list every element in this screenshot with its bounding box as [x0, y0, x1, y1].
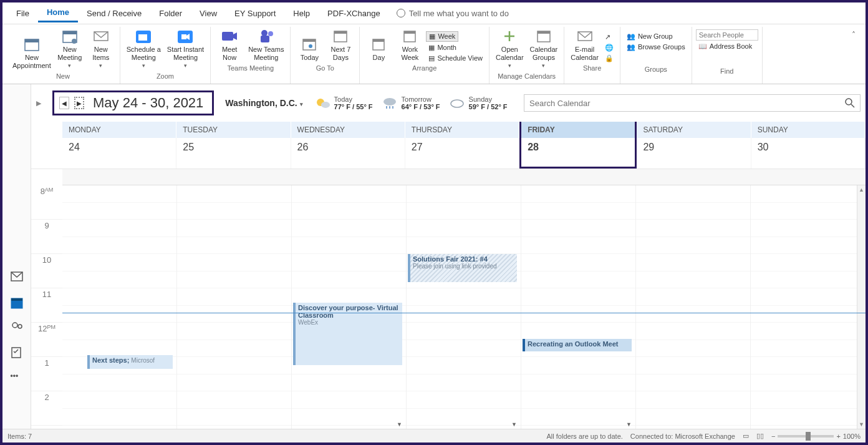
day-column[interactable]: [177, 185, 292, 429]
zoom-in-button[interactable]: +: [836, 433, 840, 440]
folder-pane-toggle[interactable]: ▶: [36, 99, 41, 107]
tell-me[interactable]: Tell me what you want to do: [389, 9, 509, 18]
zoom-control[interactable]: − + 100%: [771, 433, 861, 440]
share-send-button[interactable]: ↗: [602, 32, 613, 42]
day-column[interactable]: Next steps; Microsof: [62, 185, 177, 429]
scroll-up-button[interactable]: ▲: [857, 185, 866, 194]
address-book-button[interactable]: 📖Address Book: [696, 42, 755, 51]
calendar-groups-button[interactable]: Calendar Groups▾: [528, 27, 561, 71]
email-calendar-button[interactable]: E-mail Calendar: [568, 27, 601, 63]
share-perms-button[interactable]: 🔒: [602, 54, 616, 63]
day-view-button[interactable]: Day: [364, 35, 393, 63]
expand-events-button[interactable]: ▼: [397, 421, 402, 428]
more-nav-icon[interactable]: •••: [11, 371, 23, 384]
day-number[interactable]: 28: [519, 138, 637, 169]
zoom-slider[interactable]: [778, 435, 834, 438]
view-reading-button[interactable]: ▯▯: [756, 432, 764, 440]
menu-file[interactable]: File: [7, 5, 38, 22]
next-week-button[interactable]: ▶: [74, 97, 84, 109]
zoom-calendar-icon: [135, 28, 152, 44]
menu-send-receive[interactable]: Send / Receive: [78, 5, 150, 22]
ribbon-group-groups: 👥New Group 👥Browse Groups Groups: [620, 27, 692, 84]
new-appointment-button[interactable]: New Appointment: [10, 35, 54, 71]
new-items-button[interactable]: New Items▾: [86, 27, 116, 71]
new-teams-meeting-button[interactable]: New Teams Meeting: [246, 27, 286, 63]
share-online-button[interactable]: 🌐: [602, 43, 616, 52]
items-count: Items: 7: [7, 433, 32, 440]
envelope-icon: [92, 28, 110, 44]
day-number[interactable]: 27: [405, 138, 519, 169]
today-button[interactable]: Today: [294, 35, 324, 63]
weather-today[interactable]: Today77° F / 55° F: [314, 95, 373, 110]
svg-rect-7: [138, 34, 147, 41]
calendar-plus-icon: [501, 28, 518, 44]
menu-view[interactable]: View: [191, 5, 226, 22]
prev-week-button[interactable]: ◀: [59, 97, 69, 109]
menu-pdf-xchange[interactable]: PDF-XChange: [319, 5, 389, 22]
scroll-down-button[interactable]: ▼: [857, 420, 866, 429]
weather-sunday[interactable]: Sunday59° F / 52° F: [449, 95, 508, 110]
weather-location[interactable]: Washington, D.C. ▾: [225, 98, 302, 108]
calendar-people-icon: [61, 28, 79, 44]
all-day-row[interactable]: [62, 169, 866, 185]
day-number[interactable]: 25: [176, 138, 291, 169]
next-7-days-button[interactable]: Next 7 Days: [326, 27, 355, 63]
date-navigator: ◀ ▶ May 24 - 30, 2021: [52, 90, 214, 115]
view-normal-button[interactable]: ▭: [743, 432, 749, 440]
calendar-event[interactable]: Recreating an Outlook Meet: [523, 339, 632, 351]
calendar-icon: [23, 36, 41, 52]
day-number[interactable]: 30: [751, 138, 866, 169]
schedule-view-button[interactable]: ▤Schedule View: [426, 54, 485, 63]
vertical-scrollbar[interactable]: ▲ ▼: [857, 185, 866, 429]
svg-point-34: [451, 100, 463, 107]
new-group-button[interactable]: 👥New Group: [624, 32, 675, 41]
sun-cloud-icon: [314, 96, 330, 110]
zoom-out-button[interactable]: −: [771, 433, 775, 440]
day-number[interactable]: 26: [291, 138, 405, 169]
calendar-event[interactable]: Solutions Fair 2021: #4Please join using…: [408, 254, 517, 282]
calendar-event[interactable]: Discover your purpose- Virtual Classroom…: [293, 303, 402, 365]
day-header: SUNDAY: [751, 122, 866, 138]
ribbon-group-find: 📖Address Book Find: [692, 27, 763, 84]
week-view-button[interactable]: ▦Week: [426, 31, 458, 42]
day-column[interactable]: ▼Recreating an Outlook Meet: [521, 185, 636, 429]
expand-events-button[interactable]: ▼: [511, 421, 517, 428]
weather-tomorrow[interactable]: Tomorrow64° F / 53° F: [382, 95, 440, 110]
menu-help[interactable]: Help: [284, 5, 319, 22]
day-column[interactable]: ▼Solutions Fair 2021: #4Please join usin…: [407, 185, 521, 429]
calendar-event[interactable]: Next steps; Microsof: [87, 355, 173, 369]
browse-groups-button[interactable]: 👥Browse Groups: [624, 42, 688, 52]
time-label: 10: [31, 254, 62, 288]
new-meeting-button[interactable]: New Meeting▾: [55, 27, 85, 71]
time-label: 1: [31, 357, 62, 391]
tasks-nav-icon[interactable]: [11, 346, 23, 359]
people-nav-icon[interactable]: [11, 321, 23, 334]
search-people-input[interactable]: [696, 29, 758, 41]
schedule-meeting-button[interactable]: Schedule a Meeting▾: [124, 27, 163, 71]
day-column[interactable]: [751, 185, 866, 429]
search-icon[interactable]: [845, 98, 855, 108]
day-column[interactable]: [636, 185, 751, 429]
ribbon-group-goto: Today Next 7 Days Go To: [291, 27, 360, 84]
day-number[interactable]: 24: [62, 138, 176, 169]
time-label: 2: [31, 391, 62, 426]
open-calendar-button[interactable]: Open Calendar▾: [493, 27, 526, 71]
menu-home[interactable]: Home: [38, 4, 78, 22]
calendar-nav-icon[interactable]: [11, 296, 23, 309]
expand-events-button[interactable]: ▼: [626, 421, 632, 428]
meet-now-button[interactable]: Meet Now: [215, 27, 244, 63]
month-grid-icon: ▦: [428, 44, 435, 52]
calendar-day-icon: [370, 36, 387, 52]
collapse-ribbon-button[interactable]: ˄: [846, 27, 862, 84]
calendar-search-input[interactable]: [529, 99, 845, 108]
day-number[interactable]: 29: [637, 138, 751, 169]
calendar-search-box[interactable]: [524, 94, 861, 112]
start-instant-meeting-button[interactable]: Start Instant Meeting▾: [165, 27, 206, 71]
work-week-view-button[interactable]: Work Week: [395, 27, 425, 63]
mail-nav-icon[interactable]: [11, 271, 23, 284]
menu-ey-support[interactable]: EY Support: [226, 5, 284, 22]
menu-folder[interactable]: Folder: [150, 5, 191, 22]
month-view-button[interactable]: ▦Month: [426, 43, 459, 52]
day-column[interactable]: ▼Discover your purpose- Virtual Classroo…: [292, 185, 407, 429]
lock-icon: 🔒: [605, 54, 614, 62]
